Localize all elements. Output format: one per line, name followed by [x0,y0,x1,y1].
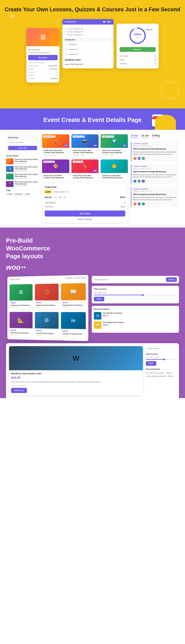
schedule-item-2: 1:00 PM - 11:00 AM 40 Bay St - Toronto -… [131,164,179,185]
woo-book-3[interactable]: 📖 $33.00 English Book For Research ★★★★★ [61,283,86,310]
course-details: This Course Includes: Course Level Inter… [28,62,58,80]
tag-education[interactable]: Education [14,193,23,196]
ticket-type-badge: Gold [45,190,51,193]
qty-decrease-button[interactable]: − [54,196,58,199]
buy-now-button[interactable]: Buy Now [28,55,58,60]
woo-dot-1 [22,266,23,268]
schedule-tab-1[interactable]: 19 Apr Session 01 [131,134,138,139]
woo-book-body-2: $89.00 Dribble Book New Solution ★★★★★ [35,300,59,310]
event-card-body-4: Event Your Career Next Levelley Future A… [42,173,69,181]
ticket-seats: ( Seats Available : 50 ) [53,191,69,193]
course-original-price: $75.00 [34,49,40,51]
woo-book-icon-1: ♻ [19,289,23,296]
schedule-desc-1: Maecenas Ligula Eleifend Id Nisi Quis In… [133,151,177,156]
add-to-cart-button[interactable]: Add to Cart [11,388,27,393]
lecture-3-label: Lecture 1.3 [69,53,78,56]
woo-product-big-cover: W [9,346,143,370]
qty-increase-button[interactable]: + [63,196,67,199]
recent-event-location-4: Melbourne, Australia [15,185,39,187]
course-level-row: Course Level Intermediate [28,65,58,68]
lecture-icon: 📄 [65,43,67,46]
schedule-location-1: 40 Bay St - Toronto - ON - US [133,145,177,147]
recent-event-name-3: Event Your Career Next Levelley Future A… [15,174,39,177]
tag-online[interactable]: Online [24,193,31,196]
buy-ticket-button[interactable]: Buy Ticket [45,210,125,216]
event-card-5[interactable]: 🦒 June 30, 2024 $39 Event Your Career Ne… [71,160,99,181]
woo-book-title-5: Joomla Pre New Solution [36,332,57,335]
woo-book-1[interactable]: ♻ $99.00 Development And Research ★★★★★ [10,284,32,310]
woo-book-stars-6: ★★★★★ [62,335,85,337]
event-card-body-6: Event Your Career Next Levelley Future A… [101,173,128,181]
woo-book-6[interactable]: in $69.00 LinkedIn Pro Solution 2023 ★★★… [61,312,86,338]
stat-time: Time Spent 3 [120,54,156,58]
schedule-title-3: Web Development Design Maintaining [133,193,177,196]
woo-search-input[interactable] [94,278,165,281]
course-lecture-2[interactable]: 📄 Lecture 1.2 [62,47,114,52]
woo-book-stars-5: ★★★★★ [36,335,57,337]
woo-book-icon-3: 📖 [70,288,77,295]
event-card-img-6: ✊ [101,160,128,173]
woo-dot-2 [24,266,25,268]
woo-sidebar-search-input[interactable] [146,346,176,351]
event-left-sidebar: Find Event Search Now Recent Event 🎪 Eve… [6,134,39,223]
total-price-label: Total Price [45,206,53,208]
tab-3-session: Session 03 [152,137,160,139]
event-card-body-1: Event Your Career Next Levelley Future A… [42,148,69,157]
woo-book-icon-5: ⚙ [44,317,49,324]
woo-sidebar-filter-button[interactable]: Filter [146,361,156,366]
course-lecture-3[interactable]: 📄 Lecture 1.3 [62,52,114,57]
schedule-tab-2[interactable]: 15 Jun Session 02 [141,134,149,139]
tag-course[interactable]: Course [6,193,13,196]
event-card-title-2: Event Your Career Next Levelley Future A… [73,149,97,154]
ticket-price-row: $20.00 − 0 + $0.00 [45,196,125,199]
event-card-date-5: June 30, 2024 [73,161,83,163]
woo-book-body-5: $29.00 Joomla Pre New Solution ★★★★★ [35,328,59,338]
add-to-calendar-link[interactable]: Add To Calendar [45,218,125,220]
course-install-6: Course Installation 06 [65,33,111,36]
woo-book-grid: ♻ $99.00 Development And Research ★★★★★ … [7,281,88,341]
woo-sidebar-range-slider[interactable] [146,359,176,360]
woo-product-sku: SKU: ... [11,385,16,386]
event-card-img-3: 🌍 August 15, 2024 $19 [101,134,128,148]
event-card-3[interactable]: 🌍 August 15, 2024 $19 Event Your Career … [101,134,128,157]
woo-sidebar-price-range: Price: $20 – $100 [146,356,176,358]
woo-book-4[interactable]: 📐 $79.00 Math Book for All Solution ★★★★… [10,312,32,338]
recent-event-location-3: Melbourne, Australia [15,178,39,179]
woo-book-title-3: English Book For Research [62,304,85,306]
schedule-tab-3[interactable]: 10 May Session 03 [152,134,160,139]
woo-search-button[interactable]: Search [166,277,177,282]
event-search-input[interactable] [8,140,37,145]
woo-book-2[interactable]: 🏀 $89.00 Dribble Book New Solution ★★★★★ [35,284,59,310]
woo-book-5[interactable]: ⚙ $29.00 Joomla Pre New Solution ★★★★★ [35,312,59,338]
event-card-img-5: 🦒 June 30, 2024 $39 [71,160,99,173]
total-price-value: $0.00 [121,206,125,208]
search-event-button[interactable]: Search Now [8,146,37,150]
woo-bottom-layout: W WordPress New Solution 2022 $44.00 Lor… [9,346,176,395]
section-event-header: Event Create & Event Details Page 15 [0,108,185,130]
course-progress: 0/3 [107,21,111,23]
recent-event-2: 🎭 Event Your Career Next Levelley Future… [6,166,39,172]
course-lecture-1[interactable]: 📄 Lecture 1.1 [62,42,114,47]
woo-book-price-2: $89.00 [36,302,57,304]
lecture-1-label: Lecture 1.1 [69,43,78,46]
event-card-price-5: $39 [93,170,97,172]
recent-event-location-2: Melbourne, Australia [15,170,39,172]
filter-button[interactable]: Filter [94,297,104,301]
event-card-4[interactable]: 🎨 August 9, 2024 Event Your Career Next … [42,160,69,181]
event-card-1[interactable]: 🎪 August 15, 2024 $19 Event Your Career … [42,134,69,157]
event-img-icon-6: ✊ [112,164,117,169]
course-quizzes-row: Quizzes 1 [28,74,58,77]
woo-book-stars-2: ★★★★★ [36,307,57,308]
woo-book-cover-6: in [61,312,86,329]
event-card-location-3: Melbourne, Australia [102,154,126,156]
recent-events-section: Recent Event 🎪 Event Your Career Next Le… [6,155,39,187]
event-card-2[interactable]: 📷 August 15, 2024 $44 Event Your Career … [71,134,99,157]
woo-recent-item-1[interactable]: W New WordPress Solution $66.00 [94,312,177,320]
woo-recent-item-2[interactable]: 📖 New English Book Solution $28.00 [94,321,177,329]
event-card-6[interactable]: ✊ Event Your Career Next Levelley Future… [101,160,128,181]
woo-range-slider[interactable] [94,295,177,295]
schedule-desc-3: Maecenas Ligula Eleifend Id Nisi Quis In… [133,196,177,201]
woo-book-body-4: $79.00 Math Book for All Solution ★★★★★ [10,328,32,338]
progress-panel: 🕐 00:01:12 100% 80% Passed ✓ [117,24,159,68]
course-section-intro: Introduction [62,38,114,42]
